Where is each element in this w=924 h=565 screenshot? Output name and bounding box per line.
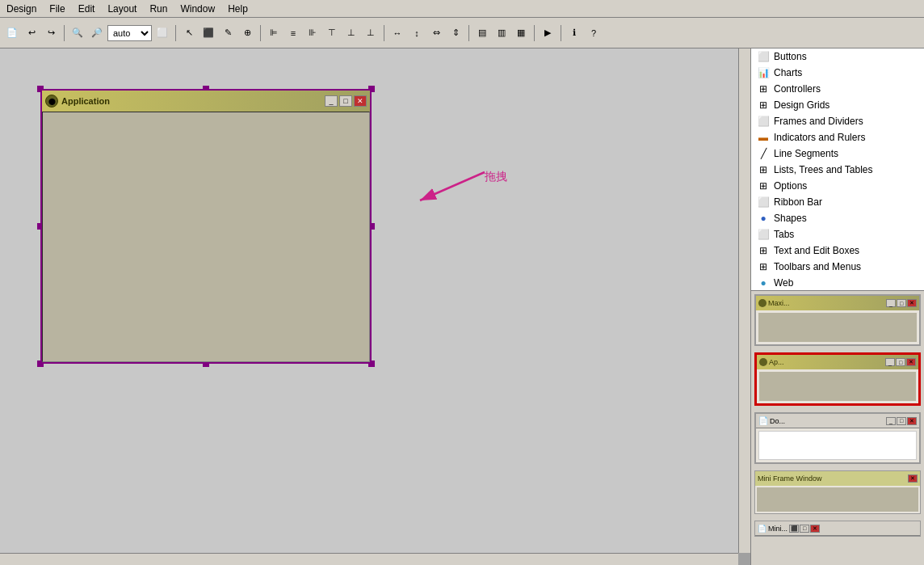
- comp-item-charts[interactable]: 📊 Charts: [751, 65, 924, 81]
- redo-button[interactable]: ↪: [42, 24, 60, 42]
- tb-btn-4[interactable]: ⊕: [238, 24, 256, 42]
- win-buttons: _ □ ✕: [325, 95, 367, 107]
- comp-item-options[interactable]: ⊞ Options: [751, 178, 924, 194]
- thumb-doc-titlebar: 📄 Do... _ □ ✕: [756, 414, 919, 428]
- menu-design[interactable]: Design: [0, 2, 43, 16]
- align-top[interactable]: ⊤: [323, 24, 341, 42]
- thumb-maxi-titlebar: Maxi... _ □ ✕: [756, 296, 919, 310]
- zoom-out-button[interactable]: 🔍: [69, 24, 86, 42]
- thumb-mini2-title: Mini...: [768, 525, 788, 533]
- help-button[interactable]: ?: [585, 24, 603, 42]
- sep6: [534, 25, 535, 41]
- thumb-maxi-title: Maxi...: [768, 299, 884, 307]
- toolbars-icon: ⊞: [758, 261, 769, 272]
- thumb-app-window[interactable]: Ap... _ □ ✕: [754, 352, 921, 406]
- thumb-mini-titlebar: Mini Frame Window ✕: [755, 471, 920, 486]
- minimize-button[interactable]: _: [325, 95, 338, 107]
- tb-btn-6[interactable]: ↕: [408, 24, 426, 42]
- thumb-app-max[interactable]: □: [896, 358, 905, 366]
- comp-item-web[interactable]: ● Web: [751, 275, 924, 291]
- thumb-mini-close[interactable]: ✕: [908, 474, 918, 483]
- menu-help[interactable]: Help: [221, 2, 254, 16]
- thumb-maxi-close[interactable]: ✕: [907, 299, 917, 307]
- tb-btn-1[interactable]: ⬜: [153, 24, 171, 42]
- comp-item-text-edit[interactable]: ⊞ Text and Edit Boxes: [751, 242, 924, 259]
- tb-btn-7[interactable]: ⇔: [427, 24, 445, 42]
- menu-window[interactable]: Window: [174, 2, 221, 16]
- tb-btn-2[interactable]: ⬛: [200, 24, 217, 42]
- thumb-doc-window[interactable]: 📄 Do... _ □ ✕: [754, 412, 921, 464]
- comp-item-tabs[interactable]: ⬜ Tabs: [751, 226, 924, 242]
- tb-btn-8[interactable]: ⇕: [447, 24, 464, 42]
- app-win-outer: ⬤ Application _ □ ✕: [40, 89, 372, 364]
- maximize-button[interactable]: □: [339, 95, 352, 107]
- text-edit-icon: ⊞: [758, 245, 769, 256]
- thumb-maxi-min[interactable]: _: [886, 299, 896, 307]
- thumb-doc-title: Do...: [770, 417, 884, 425]
- thumb-maxi-window[interactable]: Maxi... _ □ ✕: [754, 294, 921, 346]
- tb-btn-10[interactable]: ▥: [493, 24, 510, 42]
- tb-btn-9[interactable]: ▤: [473, 24, 491, 42]
- options-icon: ⊞: [758, 180, 769, 192]
- comp-item-design-grids[interactable]: ⊞ Design Grids: [751, 97, 924, 113]
- thumbnail-area: Maxi... _ □ ✕ Ap... _ □ ✕: [751, 291, 924, 565]
- thumb-mini2-close[interactable]: ✕: [810, 525, 820, 533]
- zoom-select[interactable]: auto 25% 50% 75% 100% 150% 200%: [107, 25, 152, 41]
- comp-item-ribbon[interactable]: ⬜ Ribbon Bar: [751, 194, 924, 210]
- run-button[interactable]: ▶: [539, 24, 556, 42]
- charts-icon: 📊: [758, 67, 769, 78]
- lists-icon: ⊞: [758, 164, 769, 175]
- align-bottom[interactable]: ⊥: [362, 24, 380, 42]
- thumb-doc-close[interactable]: ✕: [907, 417, 917, 425]
- comp-item-shapes[interactable]: ● Shapes: [751, 210, 924, 226]
- thumb-maxi-icon: [758, 299, 766, 307]
- close-button[interactable]: ✕: [354, 95, 367, 107]
- thumb-maxi-buttons: _ □ ✕: [886, 299, 917, 307]
- thumb-mini2-max[interactable]: □: [800, 525, 809, 533]
- vertical-scrollbar[interactable]: [738, 48, 750, 553]
- thumb-doc-content: [758, 431, 917, 460]
- sep3: [260, 25, 261, 41]
- thumb-app-min[interactable]: _: [885, 358, 895, 366]
- zoom-in-button[interactable]: 🔎: [88, 24, 106, 42]
- win-titlebar[interactable]: ⬤ Application _ □ ✕: [42, 91, 370, 112]
- comp-item-toolbars[interactable]: ⊞ Toolbars and Menus: [751, 259, 924, 275]
- tb-btn-3[interactable]: ✎: [219, 24, 237, 42]
- align-left[interactable]: ⊫: [265, 24, 283, 42]
- align-center[interactable]: ≡: [284, 24, 302, 42]
- thumb-doc-min[interactable]: _: [886, 417, 896, 425]
- thumb-app-content: [759, 372, 916, 401]
- comp-item-controllers[interactable]: ⊞ Controllers: [751, 81, 924, 97]
- comp-item-lists[interactable]: ⊞ Lists, Trees and Tables: [751, 162, 924, 178]
- component-list: ⬜ Buttons 📊 Charts ⊞ Controllers ⊞ Desig…: [751, 48, 924, 291]
- canvas-area[interactable]: ⬤ Application _ □ ✕ 拖拽: [0, 48, 750, 565]
- drag-label-text: 拖拽: [485, 170, 606, 184]
- align-middle[interactable]: ⊥: [342, 24, 360, 42]
- thumb-maxi-content: [758, 313, 917, 342]
- menu-file[interactable]: File: [43, 2, 71, 16]
- info-button[interactable]: ℹ: [565, 24, 583, 42]
- tb-btn-11[interactable]: ▦: [512, 24, 530, 42]
- menu-edit[interactable]: Edit: [72, 2, 102, 16]
- menu-run[interactable]: Run: [143, 2, 174, 16]
- thumb-maxi-max[interactable]: □: [897, 299, 906, 307]
- comp-item-frames[interactable]: ⬜ Frames and Dividers: [751, 113, 924, 129]
- horizontal-scrollbar[interactable]: [0, 553, 738, 565]
- undo-button[interactable]: ↩: [23, 24, 40, 42]
- thumb-mini-window[interactable]: Mini Frame Window ✕: [754, 470, 921, 514]
- new-button[interactable]: 📄: [3, 24, 21, 42]
- thumb-mini2-window[interactable]: 📄 Mini... ⬛ □ ✕: [754, 521, 921, 537]
- drag-hint-area: 拖拽: [485, 170, 606, 239]
- svg-line-1: [420, 172, 485, 200]
- toolbar: 📄 ↩ ↪ 🔍 🔎 auto 25% 50% 75% 100% 150% 200…: [0, 18, 924, 48]
- select-tool[interactable]: ↖: [180, 24, 198, 42]
- thumb-doc-max[interactable]: □: [897, 417, 906, 425]
- comp-item-buttons[interactable]: ⬜ Buttons: [751, 48, 924, 65]
- comp-item-indicators[interactable]: ▬ Indicators and Rulers: [751, 129, 924, 145]
- thumb-mini2-restore[interactable]: ⬛: [789, 525, 799, 533]
- align-right[interactable]: ⊪: [304, 24, 321, 42]
- comp-item-line-segments[interactable]: ╱ Line Segments: [751, 145, 924, 162]
- tb-btn-5[interactable]: ↔: [388, 24, 406, 42]
- menu-layout[interactable]: Layout: [101, 2, 143, 16]
- thumb-app-close[interactable]: ✕: [906, 358, 916, 366]
